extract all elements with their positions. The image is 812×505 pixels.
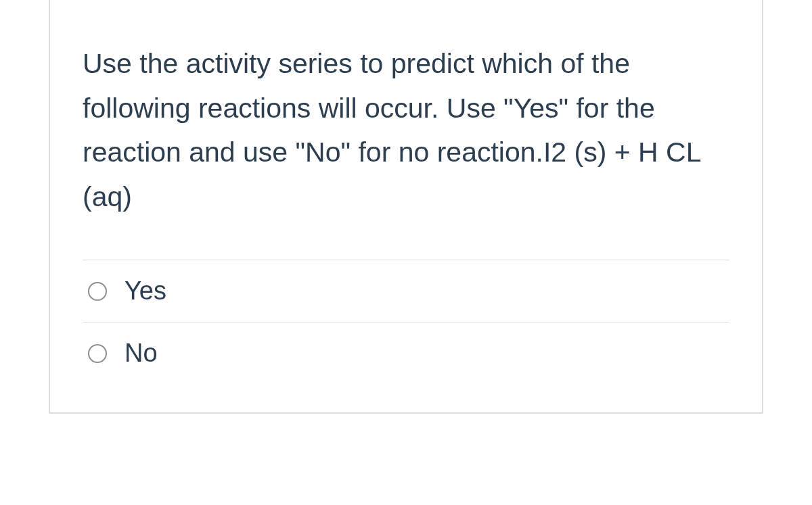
option-no[interactable]: No	[83, 322, 729, 384]
question-card: Use the activity series to predict which…	[49, 0, 763, 414]
question-text: Use the activity series to predict which…	[83, 42, 729, 219]
option-label: No	[125, 339, 158, 368]
option-yes[interactable]: Yes	[83, 260, 729, 322]
option-label: Yes	[125, 276, 166, 306]
radio-button-icon[interactable]	[88, 344, 107, 363]
radio-button-icon[interactable]	[88, 282, 107, 301]
options-group: Yes No	[83, 260, 729, 384]
